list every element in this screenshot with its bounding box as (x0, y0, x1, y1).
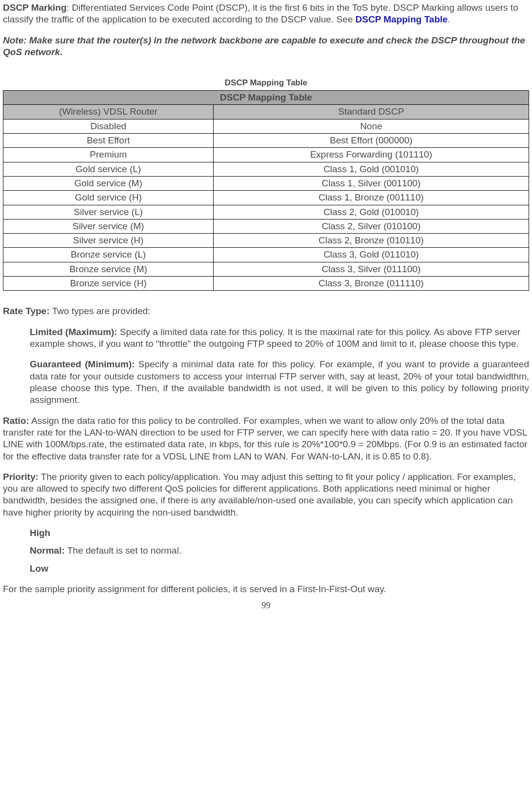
col-header-1: (Wireless) VDSL Router (3, 105, 214, 119)
priority-label: Priority: (3, 472, 39, 482)
dscp-after: . (448, 14, 450, 24)
priority-low: Low (30, 563, 529, 575)
priority-normal-text: The default is set to normal. (65, 545, 181, 556)
limited-label: Limited (Maximum): (30, 327, 117, 337)
page-number: 99 (3, 600, 529, 611)
limited-paragraph: Limited (Maximum): Specify a limited dat… (30, 326, 529, 350)
rate-type-text: Two types are provided: (50, 306, 151, 316)
table-title: DSCP Mapping Table (3, 91, 529, 105)
table-row: Silver service (M)Class 2, Silver (01010… (3, 219, 529, 233)
table-row: PremiumExpress Forwarding (101110) (3, 148, 529, 162)
table-caption: DSCP Mapping Table (3, 78, 529, 88)
note-paragraph: Note: Make sure that the router(s) in th… (3, 35, 529, 59)
priority-normal-label: Normal: (30, 545, 65, 556)
footer-text: For the sample priority assignment for d… (3, 583, 529, 595)
table-row: Bronze service (H)Class 3, Bronze (01111… (3, 277, 529, 291)
dscp-paragraph: DSCP Marking: Differentiated Services Co… (3, 2, 529, 26)
table-row: Gold service (L)Class 1, Gold (001010) (3, 162, 529, 176)
priority-normal: Normal: The default is set to normal. (30, 545, 529, 557)
dscp-label: DSCP Marking (3, 2, 67, 13)
ratio-paragraph: Ratio: Assign the data ratio for this po… (3, 415, 529, 462)
dscp-link[interactable]: DSCP Mapping Table (355, 14, 448, 24)
table-row: Best EffortBest Effort (000000) (3, 133, 529, 147)
ratio-label: Ratio: (3, 416, 29, 426)
ratio-text: Assign the data ratio for this policy to… (3, 416, 528, 461)
rate-type-label: Rate Type: (3, 306, 50, 316)
table-row: DisabledNone (3, 119, 529, 133)
priority-high: High (30, 527, 529, 539)
col-header-2: Standard DSCP (214, 105, 529, 119)
guaranteed-paragraph: Guaranteed (Minimum): Specify a minimal … (30, 359, 529, 406)
table-row: Silver service (L)Class 2, Gold (010010) (3, 205, 529, 219)
guaranteed-label: Guaranteed (Minimum): (30, 359, 135, 369)
dscp-table: DSCP Mapping Table (Wireless) VDSL Route… (3, 90, 529, 291)
priority-paragraph: Priority: The priority given to each pol… (3, 471, 529, 518)
rate-type-paragraph: Rate Type: Two types are provided: (3, 305, 529, 317)
table-row: Gold service (M)Class 1, Silver (001100) (3, 176, 529, 190)
table-row: Bronze service (L)Class 3, Gold (011010) (3, 248, 529, 262)
priority-text: The priority given to each policy/applic… (3, 472, 516, 518)
table-row: Gold service (H)Class 1, Bronze (001110) (3, 191, 529, 205)
table-row: Bronze service (M)Class 3, Silver (01110… (3, 262, 529, 276)
table-row: Silver service (H)Class 2, Bronze (01011… (3, 234, 529, 248)
